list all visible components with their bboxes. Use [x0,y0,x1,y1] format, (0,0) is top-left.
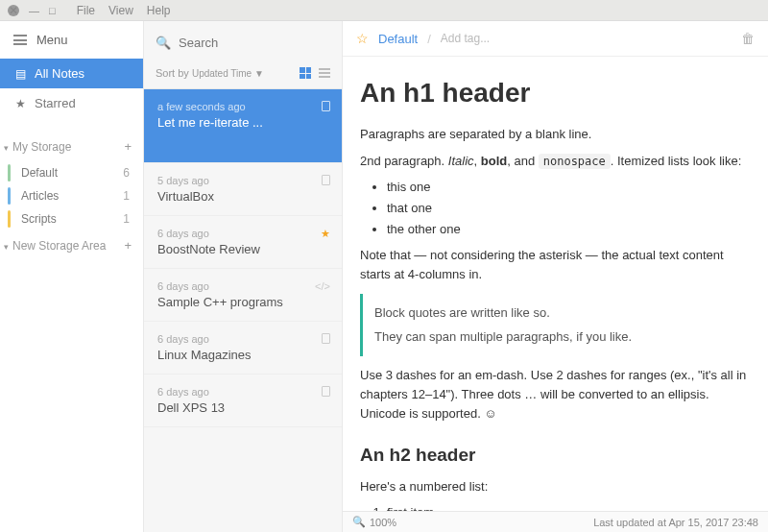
sidebar: Menu ▤ All Notes ★ Starred ▾My Storage +… [0,21,144,532]
search-input[interactable] [179,36,340,50]
note-paragraph: 2nd paragraph. Italic, bold, and nonospa… [360,152,747,171]
sidebar-folder-scripts[interactable]: Scripts 1 [0,207,143,230]
note-time: 5 days ago [157,175,328,186]
chevron-down-icon: ▾ [4,143,9,153]
titlebar: ✕ — □ File View Help [0,0,768,21]
document-icon [322,333,330,346]
status-bar: 🔍 100% Last updated at Apr 15, 2017 23:4… [343,511,768,532]
star-icon: ★ [321,228,330,240]
zoom-level[interactable]: 100% [370,517,396,528]
menu-file[interactable]: File [77,4,95,17]
window-minimize-icon[interactable]: — [29,5,39,16]
note-title: Linux Magazines [157,348,328,362]
note-ol: first item [387,503,747,511]
note-title: Dell XPS 13 [157,400,328,415]
sidebar-section-newstorage[interactable]: ▾New Storage Area + [0,230,143,260]
note-h1: An h1 header [360,72,747,113]
star-icon: ★ [13,97,27,110]
list-view-icon[interactable] [319,68,330,78]
sidebar-folder-default[interactable]: Default 6 [0,161,143,184]
add-folder-icon[interactable]: + [124,238,132,253]
hamburger-icon [13,35,27,45]
note-time: 6 days ago [157,333,328,345]
note-paragraph: Here's a numbered list: [360,477,747,496]
note-paragraph: Paragraphs are separated by a blank line… [360,125,747,144]
note-item[interactable]: 6 days agoBoostNote Review★ [144,216,342,269]
note-time: 6 days ago [157,280,328,292]
note-item[interactable]: 6 days agoLinux Magazines [144,322,342,375]
search-icon: 🔍 [156,36,171,50]
note-title: Let me re-iterate ... [157,115,328,130]
trash-icon[interactable]: 🗑 [741,31,755,46]
menu-view[interactable]: View [108,4,133,17]
menu-help[interactable]: Help [147,4,171,17]
note-time: 6 days ago [157,386,328,398]
breadcrumb[interactable]: Default [378,32,418,46]
sidebar-section-mystorage[interactable]: ▾My Storage + [0,132,143,161]
add-folder-icon[interactable]: + [124,139,132,154]
note-item[interactable]: 6 days agoDell XPS 13 [144,375,342,427]
note-time: a few seconds ago [157,101,328,112]
star-icon[interactable]: ☆ [356,31,369,46]
note-title: Sample C++ programs [157,295,328,309]
note-title: VirtualBox [157,189,328,204]
note-icon: ▤ [13,67,27,81]
window-maximize-icon[interactable]: □ [49,5,56,16]
note-body[interactable]: An h1 header Paragraphs are separated by… [343,57,768,511]
sort-control[interactable]: Sort by Updated Time ▼ [156,67,264,79]
note-list: 🔍 + Sort by Updated Time ▼ a few seconds… [144,21,343,532]
content-pane: ☆ Default / Add tag... 🗑 An h1 header Pa… [343,21,768,532]
sidebar-folder-articles[interactable]: Articles 1 [0,184,143,207]
note-item[interactable]: 6 days agoSample C++ programs</> [144,269,342,322]
document-icon [322,175,330,187]
note-blockquote: Block quotes are written like so. They c… [360,294,747,355]
note-title: BoostNote Review [157,242,328,256]
note-ul: this one that one the other one [387,178,747,239]
folder-color-icon [8,210,11,228]
grid-view-icon[interactable] [300,67,311,79]
folder-color-icon [8,164,11,181]
note-h2: An h2 header [360,441,747,469]
note-time: 6 days ago [157,228,328,239]
menu-label: Menu [36,33,68,47]
sidebar-item-starred[interactable]: ★ Starred [0,88,143,118]
note-paragraph: Use 3 dashes for an em-dash. Use 2 dashe… [360,366,747,423]
zoom-icon[interactable]: 🔍 [352,516,366,528]
note-item[interactable]: 5 days agoVirtualBox [144,163,342,216]
last-updated: Last updated at Apr 15, 2017 23:48 [593,517,758,528]
add-tag-input[interactable]: Add tag... [441,32,490,45]
code-icon: </> [315,280,330,292]
document-icon [322,101,330,113]
sidebar-item-allnotes[interactable]: ▤ All Notes [0,59,143,88]
note-item[interactable]: a few seconds agoLet me re-iterate ... [144,89,342,163]
note-paragraph: Note that — not considering the asterisk… [360,246,747,284]
menu-toggle[interactable]: Menu [0,21,143,59]
folder-color-icon [8,187,11,205]
window-close-icon[interactable]: ✕ [8,5,19,16]
chevron-down-icon: ▾ [4,242,9,252]
document-icon [322,386,330,399]
